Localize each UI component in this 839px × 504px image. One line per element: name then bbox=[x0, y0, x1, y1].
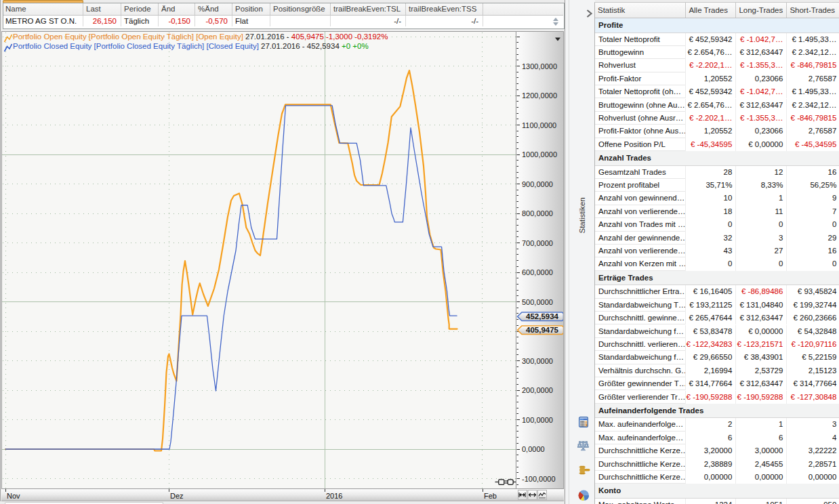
svg-text:900,0000: 900,0000 bbox=[522, 180, 553, 188]
svg-text:452,5934: 452,5934 bbox=[526, 312, 559, 320]
svg-text:Feb: Feb bbox=[484, 492, 497, 500]
svg-text:500,0000: 500,0000 bbox=[522, 298, 553, 306]
svg-text:Dez: Dez bbox=[170, 492, 184, 500]
svg-text:100,0000: 100,0000 bbox=[522, 416, 553, 424]
svg-text:600,0000: 600,0000 bbox=[522, 268, 553, 276]
svg-text:800,0000: 800,0000 bbox=[522, 209, 553, 217]
svg-text:1300,0000: 1300,0000 bbox=[522, 62, 557, 70]
svg-text:700,0000: 700,0000 bbox=[522, 239, 553, 247]
svg-text:405,9475: 405,9475 bbox=[526, 326, 559, 334]
svg-text:2016: 2016 bbox=[326, 492, 342, 500]
svg-text:Nov: Nov bbox=[7, 492, 20, 500]
svg-text:300,0000: 300,0000 bbox=[522, 357, 553, 365]
svg-text:Portfolio Open Equity [Portfol: Portfolio Open Equity [Portfolio Open Eq… bbox=[13, 33, 388, 41]
svg-text:0,0000: 0,0000 bbox=[522, 445, 545, 453]
svg-text:1100,0000: 1100,0000 bbox=[522, 121, 556, 129]
svg-text:1200,0000: 1200,0000 bbox=[522, 91, 557, 100]
svg-text:1000,0000: 1000,0000 bbox=[522, 150, 557, 159]
svg-text:200,0000: 200,0000 bbox=[522, 386, 553, 394]
svg-text:Portfolio Closed Equity [Portf: Portfolio Closed Equity [Portfolio Close… bbox=[13, 42, 369, 50]
svg-text:-100,0000: -100,0000 bbox=[522, 475, 556, 483]
